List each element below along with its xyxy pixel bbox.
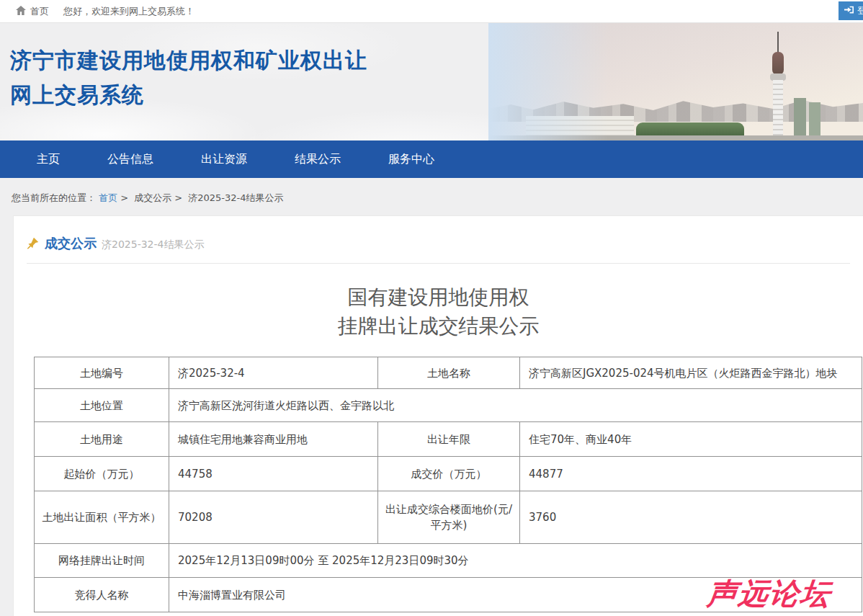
table-value-cell: 中海淄博置业有限公司 [169,578,862,612]
site-title-line1: 济宁市建设用地使用权和矿业权出让 [10,43,367,78]
section-divider [27,263,850,264]
table-value-cell: 44758 [169,457,378,491]
site-title: 济宁市建设用地使用权和矿业权出让 网上交易系统 [10,43,367,112]
topbar-home-label: 首页 [30,5,49,18]
table-value-cell: 2025年12月13日09时00分 至 2025年12月23日09时30分 [169,544,862,578]
breadcrumb: 您当前所在的位置： 首页> 成交公示> 济2025-32-4结果公示 [0,178,863,215]
home-icon [16,6,26,17]
table-row: 土地出让面积（平方米） 70208 出让成交综合楼面地价(元/平方米) 3760 [35,491,862,544]
breadcrumb-home-link[interactable]: 首页 [99,192,117,203]
table-label-cell: 成交价（万元） [378,457,520,491]
table-label-cell: 出让年限 [378,422,520,457]
table-row: 起始价（万元） 44758 成交价（万元） 44877 [35,457,862,491]
nav-item-resources[interactable]: 出让资源 [201,152,247,167]
section-title: 成交公示 [45,235,97,252]
login-button[interactable]: 登录 [839,1,863,20]
table-value-cell: 城镇住宅用地兼容商业用地 [169,422,378,457]
table-label-cell: 土地用途 [35,422,169,457]
table-row: 网络挂牌出让时间 2025年12月13日09时00分 至 2025年12月23日… [35,544,862,578]
table-value-cell: 3760 [520,491,862,544]
breadcrumb-results-link[interactable]: 成交公示 [134,192,171,203]
site-title-line2: 网上交易系统 [10,78,367,112]
skyline-blend-overlay [488,23,863,140]
table-value-cell: 住宅70年、商业40年 [520,422,862,457]
login-arrow-icon [844,5,854,17]
topbar-home-link[interactable]: 首页 [16,5,49,18]
table-label-cell: 土地出让面积（平方米） [35,491,169,544]
table-value-cell: 济宁高新区JGX2025-024号机电片区（火炬路西金宇路北）地块 [520,357,862,389]
topbar: 首页 您好，欢迎来到网上交易系统！ 登录 [0,0,863,23]
table-label-cell: 竞得人名称 [35,578,169,612]
table-value-cell: 济2025-32-4 [169,357,378,389]
table-row: 竞得人名称 中海淄博置业有限公司 [35,578,862,612]
table-label-cell: 土地编号 [35,357,169,389]
table-label-cell: 土地位置 [35,389,169,422]
table-label-cell: 土地名称 [378,357,520,389]
table-row: 土地编号 济2025-32-4 土地名称 济宁高新区JGX2025-024号机电… [35,357,862,389]
banner: 济宁市建设用地使用权和矿业权出让 网上交易系统 [0,23,863,140]
nav-item-announcements[interactable]: 公告信息 [107,152,153,167]
breadcrumb-prefix: 您当前所在的位置： [12,192,96,203]
breadcrumb-current: 济2025-32-4结果公示 [188,192,283,203]
table-row: 土地用途 城镇住宅用地兼容商业用地 出让年限 住宅70年、商业40年 [35,422,862,457]
land-result-table: 土地编号 济2025-32-4 土地名称 济宁高新区JGX2025-024号机电… [34,357,862,612]
section-header: 成交公示 济2025-32-4结果公示 [14,216,863,252]
notice-title: 国有建设用地使用权 挂牌出让成交结果公示 [14,283,863,341]
login-button-label: 登录 [857,4,863,17]
nav-item-results[interactable]: 结果公示 [295,152,341,167]
table-label-cell: 出让成交综合楼面地价(元/平方米) [378,491,520,544]
nav-item-home[interactable]: 主页 [37,152,60,167]
breadcrumb-separator: > [120,192,128,203]
table-value-cell: 44877 [520,457,862,491]
topbar-greeting: 您好，欢迎来到网上交易系统！ [63,5,194,18]
nav-item-services[interactable]: 服务中心 [388,152,434,167]
table-value-cell: 70208 [169,491,378,544]
table-row: 土地位置 济宁高新区洸河街道火炬路以西、金宇路以北 [35,389,862,422]
breadcrumb-separator: > [174,192,182,203]
main-nav: 主页 公告信息 出让资源 结果公示 服务中心 [0,140,863,178]
notice-title-line2: 挂牌出让成交结果公示 [14,312,863,341]
notice-title-line1: 国有建设用地使用权 [14,283,863,312]
content-card: 成交公示 济2025-32-4结果公示 国有建设用地使用权 挂牌出让成交结果公示… [13,215,863,616]
city-skyline-photo [488,23,863,140]
table-label-cell: 起始价（万元） [35,457,169,491]
table-value-cell: 济宁高新区洸河街道火炬路以西、金宇路以北 [169,389,862,422]
pushpin-icon [27,237,39,252]
table-label-cell: 网络挂牌出让时间 [35,544,169,578]
section-subtitle: 济2025-32-4结果公示 [102,238,204,251]
